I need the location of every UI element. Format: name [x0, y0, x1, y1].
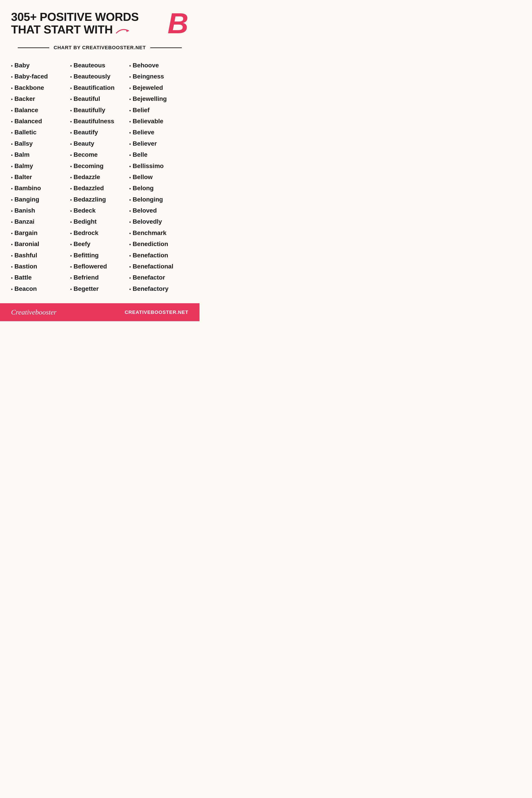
list-item: •Banish — [11, 205, 70, 216]
bullet-icon: • — [70, 208, 72, 214]
bullet-icon: • — [70, 242, 72, 247]
bullet-icon: • — [11, 175, 13, 180]
list-item: •Backbone — [11, 82, 70, 93]
bullet-icon: • — [129, 96, 131, 102]
word-text: Bedazzling — [74, 195, 106, 204]
word-text: Benediction — [133, 240, 168, 248]
list-item: •Befriend — [70, 272, 130, 283]
word-text: Beingness — [133, 73, 164, 80]
list-item: •Beauteously — [70, 71, 130, 82]
list-item: •Benchmark — [129, 227, 188, 239]
list-item: •Beflowered — [70, 261, 130, 272]
header: 305+ POSITIVE WORDS THAT START WITH B — [0, 0, 200, 42]
list-item: •Bedazzled — [70, 183, 130, 194]
bullet-icon: • — [70, 230, 72, 236]
word-text: Become — [74, 151, 98, 159]
list-item: •Bejewelling — [129, 93, 188, 104]
list-item: •Becoming — [70, 160, 130, 172]
bullet-icon: • — [129, 164, 131, 169]
word-text: Backbone — [14, 84, 44, 92]
bullet-icon: • — [129, 219, 131, 225]
bullet-icon: • — [11, 130, 13, 136]
word-text: Balmy — [14, 162, 33, 170]
bullet-icon: • — [129, 264, 131, 270]
list-item: •Bedazzle — [70, 172, 130, 183]
list-item: •Beautification — [70, 82, 130, 93]
word-text: Battle — [14, 273, 32, 282]
list-item: •Believe — [129, 127, 188, 138]
list-item: •Benefactor — [129, 272, 188, 283]
bullet-icon: • — [129, 197, 131, 203]
bullet-icon: • — [70, 253, 72, 259]
word-text: Baby-faced — [14, 73, 48, 80]
bullet-icon: • — [70, 164, 72, 169]
bullet-icon: • — [70, 175, 72, 180]
list-item: •Balter — [11, 172, 70, 183]
subtitle-bar: CHART BY CREATIVEBOOSTER.NET — [7, 42, 193, 53]
list-item: •Balmy — [11, 160, 70, 172]
word-text: Befriend — [74, 273, 99, 282]
list-item: •Beautifully — [70, 104, 130, 116]
bullet-icon: • — [70, 197, 72, 203]
bullet-icon: • — [11, 286, 13, 292]
bullet-icon: • — [70, 219, 72, 225]
word-text: Beautification — [74, 84, 115, 92]
list-item: •Beefy — [70, 239, 130, 250]
word-text: Benefactor — [133, 273, 165, 282]
word-text: Balm — [14, 151, 30, 159]
word-column-2: •Beauteous•Beauteously•Beautification•Be… — [70, 60, 130, 294]
list-item: •Belong — [129, 183, 188, 194]
bullet-icon: • — [129, 253, 131, 259]
bullet-icon: • — [129, 242, 131, 247]
list-item: •Benefaction — [129, 250, 188, 261]
word-text: Belonging — [133, 195, 163, 204]
bullet-icon: • — [11, 141, 13, 147]
bullet-icon: • — [70, 119, 72, 125]
word-text: Ballsy — [14, 140, 33, 148]
list-item: •Bellow — [129, 172, 188, 183]
list-item: •Balance — [11, 104, 70, 116]
word-text: Befitting — [74, 251, 99, 259]
list-item: •Belief — [129, 104, 188, 116]
word-text: Balter — [14, 173, 32, 181]
bullet-icon: • — [129, 175, 131, 180]
subtitle-line-left — [18, 48, 49, 48]
word-text: Beautiful — [74, 95, 100, 103]
bullet-icon: • — [70, 275, 72, 281]
bullet-icon: • — [11, 74, 13, 80]
word-text: Beauteous — [74, 61, 105, 69]
word-text: Banzai — [14, 218, 34, 226]
list-item: •Banging — [11, 194, 70, 205]
subtitle-text: CHART BY CREATIVEBOOSTER.NET — [54, 45, 146, 51]
list-item: •Ballsy — [11, 138, 70, 149]
bullet-icon: • — [11, 275, 13, 281]
list-item: •Battle — [11, 272, 70, 283]
page: 305+ POSITIVE WORDS THAT START WITH B CH… — [0, 0, 200, 321]
word-text: Behoove — [133, 61, 159, 69]
bullet-icon: • — [11, 264, 13, 270]
word-text: Believable — [133, 117, 164, 125]
list-item: •Balm — [11, 149, 70, 160]
list-item: •Baby — [11, 60, 70, 71]
footer: Creativebooster CREATIVEBOOSTER.NET — [0, 303, 200, 321]
word-text: Bedazzle — [74, 173, 100, 181]
word-text: Benefactory — [133, 285, 169, 293]
list-item: •Bastion — [11, 261, 70, 272]
word-text: Bastion — [14, 263, 37, 270]
word-text: Bejeweled — [133, 84, 163, 92]
bullet-icon: • — [70, 286, 72, 292]
bullet-icon: • — [11, 219, 13, 225]
header-title: 305+ POSITIVE WORDS THAT START WITH — [11, 11, 139, 36]
word-text: Balanced — [14, 117, 42, 125]
bullet-icon: • — [11, 230, 13, 236]
word-text: Backer — [14, 95, 35, 103]
word-text: Belle — [133, 151, 147, 159]
list-item: •Bashful — [11, 250, 70, 261]
bullet-icon: • — [70, 264, 72, 270]
word-text: Beautifulness — [74, 117, 114, 125]
list-item: •Bedeck — [70, 205, 130, 216]
word-text: Bargain — [14, 229, 37, 237]
bullet-icon: • — [129, 208, 131, 214]
list-item: •Begetter — [70, 283, 130, 294]
bullet-icon: • — [70, 74, 72, 80]
